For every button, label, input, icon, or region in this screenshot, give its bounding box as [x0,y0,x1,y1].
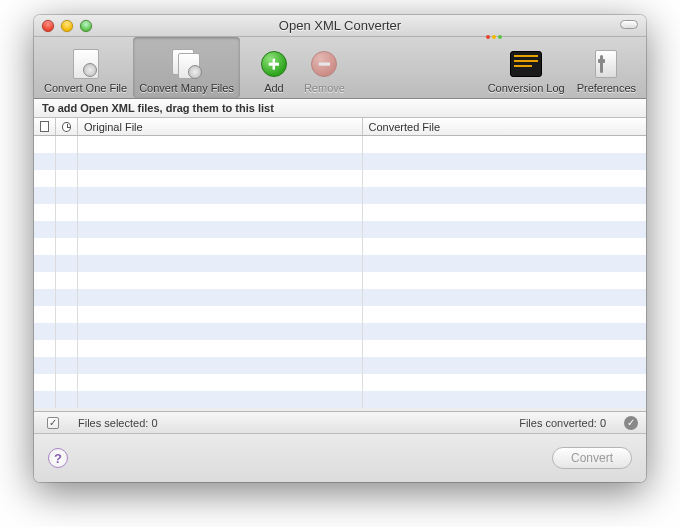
single-document-icon [70,48,102,80]
bottom-bar: ? Convert [34,434,646,482]
app-window: Open XML Converter Convert One File Conv… [34,15,646,482]
prefs-label: Preferences [577,82,636,94]
convert-one-file-button[interactable]: Convert One File [38,37,133,98]
preferences-button[interactable]: Preferences [571,37,642,98]
zoom-window-button[interactable] [80,20,92,32]
table-row [34,221,646,238]
table-row [34,323,646,340]
add-button[interactable]: + Add [250,37,298,98]
table-header: Original File Converted File [34,118,646,136]
status-bar: ✓ Files selected: 0 Files converted: 0 ✓ [34,412,646,434]
table-row [34,391,646,408]
conversion-log-button[interactable]: Conversion Log [482,37,571,98]
table-row [34,170,646,187]
window-controls [42,20,92,32]
table-row [34,272,646,289]
log-label: Conversion Log [488,82,565,94]
toolbar: Convert One File Convert Many Files + Ad… [34,37,646,99]
files-converted-text: Files converted: 0 [519,417,606,429]
convert-many-files-button[interactable]: Convert Many Files [133,37,240,98]
title-bar[interactable]: Open XML Converter [34,15,646,37]
table-row [34,187,646,204]
status-done-icon: ✓ [624,416,638,430]
column-header-type[interactable] [34,118,56,135]
table-row [34,153,646,170]
convert-button[interactable]: Convert [552,447,632,469]
minimize-window-button[interactable] [61,20,73,32]
file-list[interactable] [34,136,646,412]
mini-traffic-lights-icon [486,35,502,39]
table-row [34,255,646,272]
log-window-icon [510,48,542,80]
column-header-converted[interactable]: Converted File [363,118,647,135]
table-row [34,357,646,374]
files-selected-text: Files selected: 0 [78,417,158,429]
column-header-original[interactable]: Original File [78,118,363,135]
table-row [34,340,646,357]
table-row [34,204,646,221]
instruction-bar: To add Open XML files, drag them to this… [34,99,646,118]
column-header-status[interactable] [56,118,78,135]
convert-one-label: Convert One File [44,82,127,94]
remove-label: Remove [304,82,345,94]
help-button[interactable]: ? [48,448,68,468]
table-row [34,136,646,153]
add-icon: + [258,48,290,80]
table-row [34,238,646,255]
preferences-icon [590,48,622,80]
toolbar-toggle-button[interactable] [620,20,638,29]
convert-many-label: Convert Many Files [139,82,234,94]
table-row [34,306,646,323]
remove-button: − Remove [298,37,351,98]
window-title: Open XML Converter [34,18,646,33]
table-row [34,289,646,306]
document-icon [40,121,49,132]
table-row [34,374,646,391]
select-all-checkbox[interactable]: ✓ [47,417,59,429]
close-window-button[interactable] [42,20,54,32]
remove-icon: − [308,48,340,80]
add-label: Add [264,82,284,94]
multi-document-icon [171,48,203,80]
clock-icon [62,122,71,132]
